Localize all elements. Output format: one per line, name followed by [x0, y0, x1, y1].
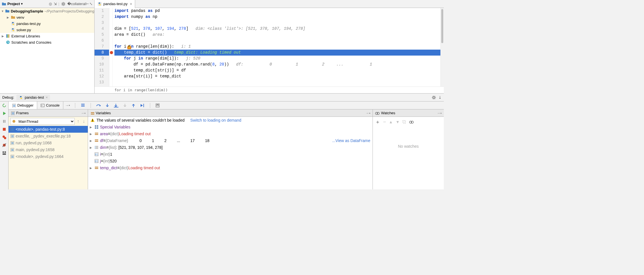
layout-settings-button[interactable] [1, 150, 7, 156]
line-number[interactable]: 6 [95, 38, 104, 44]
locate-icon[interactable]: ◎ [49, 2, 52, 6]
step-over-button[interactable] [96, 103, 101, 108]
expand-icon[interactable]: ▶ [90, 146, 93, 149]
code-line[interactable] [114, 20, 444, 26]
resume-button[interactable] [1, 111, 7, 116]
line-number[interactable]: 10 [95, 62, 104, 67]
expand-icon[interactable]: ▶ [90, 166, 93, 170]
thread-selector[interactable]: MainThread [10, 118, 75, 125]
close-tab-icon[interactable]: × [130, 2, 132, 6]
line-number[interactable]: 13 [95, 79, 104, 85]
stop-button[interactable] [1, 126, 7, 132]
step-out-button[interactable] [131, 103, 136, 108]
switch-loading-link[interactable]: Switch to loading on demand [190, 118, 241, 122]
frame-row[interactable]: <module>, pydevd.py:1664 [9, 153, 88, 160]
line-number[interactable]: 4 [95, 26, 104, 32]
line-number[interactable]: 5 [95, 32, 104, 38]
editor-tab-pandas-test[interactable]: pandas-test.py × [95, 0, 135, 8]
code-area[interactable]: import pandas as pdimport numpy as npdim… [113, 8, 444, 86]
rerun-button[interactable] [1, 103, 7, 108]
variable-row-j[interactable]: j = {int} 520 [88, 158, 373, 164]
view-breakpoints-button[interactable] [1, 134, 7, 140]
restore-layout-icon[interactable]: →▪ [366, 111, 370, 115]
code-line[interactable]: 🙆for i in range(len(dim)): i: 1 [114, 44, 444, 50]
frame-row[interactable]: execfile, _pydev_execfile.py:18 [9, 133, 88, 139]
tab-console[interactable]: Console [37, 101, 63, 109]
variable-row-temp_dict[interactable]: ▶temp_dict = {dict} Loading timed out [88, 164, 373, 171]
restore-layout-icon[interactable]: →▪ [437, 111, 442, 115]
force-step-into-button[interactable] [123, 103, 127, 108]
line-number[interactable]: 8 [95, 50, 109, 56]
frame-row[interactable]: run, pydevd.py:1068 [9, 139, 88, 146]
hide-panel-icon[interactable]: ⤡ [89, 2, 93, 6]
restore-layout-icon[interactable]: →▪ [81, 111, 85, 115]
tree-item-pandas-test-py[interactable]: pandas-test.py [0, 20, 94, 27]
view-as-dataframe-link[interactable]: ...View as DataFrame [332, 138, 370, 143]
move-up-button[interactable]: ▲ [389, 120, 393, 124]
code-line[interactable]: dim = [521, 378, 107, 194, 278] dim: <cl… [114, 26, 444, 32]
line-number[interactable]: 9 [95, 56, 104, 62]
gutter[interactable]: 12345678910111213 [95, 8, 109, 86]
project-root-row[interactable]: ▼ DebuggingSample ~/PycharmProjects/Debu… [0, 8, 94, 14]
editor-scrollbar[interactable] [440, 8, 444, 86]
fold-column[interactable] [109, 8, 113, 86]
step-into-my-code-button[interactable] [114, 103, 119, 108]
code-line[interactable]: temp_dict = dict() temp_dict: Loading ti… [114, 50, 444, 56]
tab-debugger[interactable]: Debugger [9, 101, 37, 109]
tab-overflow-icon[interactable]: →▪ [63, 101, 70, 109]
code-line[interactable]: import numpy as np [114, 14, 444, 20]
project-tree[interactable]: ▼ DebuggingSample ~/PycharmProjects/Debu… [0, 8, 94, 93]
frame-row[interactable]: <module>, pandas-test.py:8 [9, 126, 88, 133]
pause-button[interactable] [1, 119, 7, 124]
code-line[interactable]: area[str(i)] = temp_dict [114, 73, 444, 79]
code-line[interactable]: import pandas as pd [114, 8, 444, 14]
variable-row-df[interactable]: ▶df = {DataFrame}012...1718...View as Da… [88, 137, 373, 144]
scrollbar-thumb[interactable] [441, 9, 443, 43]
editor-breadcrumb[interactable]: for i in range(len(dim)) [95, 86, 444, 93]
variable-row-area[interactable]: ▶area = {dict} Loading timed out [88, 130, 373, 137]
code-line[interactable]: temp_dict[str(j)] = df [114, 67, 444, 73]
variable-row-dim[interactable]: ▶dim = {list} : [521, 378, 107, 194, 278… [88, 144, 373, 151]
show-execution-point-button[interactable] [80, 103, 85, 108]
line-number[interactable]: 7 [95, 44, 104, 50]
expand-icon[interactable]: ▶ [1, 35, 5, 38]
line-number[interactable]: 1 [95, 8, 104, 14]
expand-icon[interactable]: ▶ [90, 139, 93, 142]
line-number[interactable]: 12 [95, 73, 104, 79]
collapse-all-icon[interactable]: ⇲ [54, 2, 57, 6]
tree-item-solver-py[interactable]: solver.py [0, 27, 94, 33]
step-into-button[interactable] [105, 103, 110, 108]
code-line[interactable]: for j in range(dim[i]): j: 520 [114, 56, 444, 62]
close-run-tab-icon[interactable]: × [46, 95, 48, 100]
run-to-cursor-button[interactable] [140, 103, 145, 108]
download-icon[interactable]: ⤓ [438, 95, 442, 100]
expand-icon[interactable]: ▼ [1, 10, 4, 13]
variable-row-Special-Variables[interactable]: ▶Special Variables [88, 124, 373, 130]
code-line[interactable]: df = pd.DataFrame(np.random.rand(8, 20))… [114, 62, 444, 67]
line-number[interactable]: 3 [95, 20, 104, 26]
editor-body[interactable]: 12345678910111213 import pandas as pdimp… [95, 8, 444, 86]
expand-icon[interactable]: ▶ [90, 126, 93, 129]
gear-icon[interactable] [61, 2, 66, 6]
expand-icon[interactable]: ▶ [6, 16, 10, 19]
external-libraries-row[interactable]: ▶ External Libraries [0, 33, 94, 39]
project-view-selector[interactable]: Project ▼ [2, 2, 23, 6]
run-config-tab[interactable]: pandas-test × [16, 95, 50, 100]
hide-icon[interactable]: �collateral⊢ [67, 2, 89, 6]
remove-watch-button[interactable]: − [383, 119, 386, 125]
add-watch-button[interactable]: ＋ [375, 119, 380, 125]
copy-button[interactable]: ⿻ [402, 120, 406, 124]
frame-row[interactable]: main, pydevd.py:1658 [9, 146, 88, 153]
mute-breakpoints-button[interactable] [1, 142, 7, 148]
variable-row-i[interactable]: i = {int} 1 [88, 151, 373, 158]
breakpoint-icon[interactable] [110, 51, 113, 54]
move-down-button[interactable]: ▼ [396, 120, 400, 124]
code-line[interactable]: area = dict() area: [114, 32, 444, 38]
evaluate-expression-button[interactable] [155, 103, 160, 108]
code-line[interactable] [114, 38, 444, 44]
debug-settings-icon[interactable] [432, 95, 436, 100]
tree-item-venv[interactable]: ▶venv [0, 14, 94, 20]
expand-icon[interactable]: ▶ [90, 132, 93, 136]
line-number[interactable]: 11 [95, 67, 104, 73]
next-frame-button[interactable]: ↓ [81, 119, 86, 124]
